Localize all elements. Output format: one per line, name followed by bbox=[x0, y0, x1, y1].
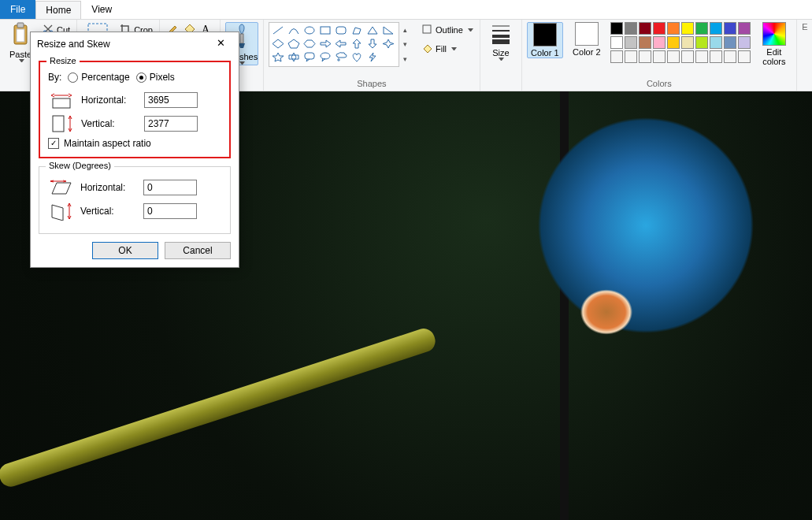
maintain-aspect-ratio-checkbox[interactable]: Maintain aspect ratio bbox=[48, 138, 221, 149]
ribbon-group-shapes: ▴ ▾ ▾ Outline Fill Shapes bbox=[264, 20, 480, 91]
palette-swatch[interactable] bbox=[610, 22, 623, 35]
resize-horizontal-input[interactable] bbox=[144, 92, 198, 108]
shape-line-icon[interactable] bbox=[272, 25, 286, 37]
palette-swatch[interactable] bbox=[710, 36, 722, 49]
skew-vertical-input[interactable] bbox=[143, 203, 197, 219]
shapes-gallery-expand[interactable]: ▴ ▾ ▾ bbox=[399, 23, 411, 66]
skew-fieldset: Skew (Degrees) Horizontal: Vertical: bbox=[39, 166, 231, 234]
shapes-gallery[interactable]: ▴ ▾ ▾ bbox=[269, 22, 399, 67]
close-button[interactable]: ✕ bbox=[209, 37, 232, 51]
group-label-brushes bbox=[240, 79, 243, 90]
palette-swatch[interactable] bbox=[625, 50, 637, 63]
resize-fieldset: Resize By: Percentage Pixels Horizontal:… bbox=[39, 61, 231, 158]
palette-swatch[interactable] bbox=[738, 36, 751, 49]
shape-arrow-down-icon[interactable] bbox=[366, 39, 380, 50]
palette-swatch[interactable] bbox=[681, 22, 694, 35]
paste-label: Paste bbox=[9, 50, 32, 59]
palette-swatch[interactable] bbox=[639, 50, 651, 63]
cancel-button[interactable]: Cancel bbox=[165, 242, 231, 259]
chevron-down-icon bbox=[499, 58, 504, 61]
tab-file[interactable]: File bbox=[0, 0, 35, 19]
shape-pentagon-icon[interactable] bbox=[287, 39, 302, 50]
color2-button[interactable]: Color 2 bbox=[569, 22, 604, 57]
palette-swatch[interactable] bbox=[681, 36, 694, 49]
shape-callout-oval-icon[interactable] bbox=[319, 52, 333, 64]
shape-triangle-icon[interactable] bbox=[366, 25, 380, 37]
palette-swatch[interactable] bbox=[667, 36, 680, 49]
svg-rect-13 bbox=[240, 34, 243, 43]
color1-button[interactable]: Color 1 bbox=[527, 22, 563, 58]
edit-colors-label: Edit colors bbox=[757, 47, 792, 66]
tab-home[interactable]: Home bbox=[35, 1, 81, 19]
skew-horizontal-input[interactable] bbox=[143, 180, 197, 195]
shape-curve-icon[interactable] bbox=[287, 25, 302, 37]
palette-swatch[interactable] bbox=[625, 36, 637, 49]
stroke-size-icon bbox=[490, 22, 512, 46]
resize-legend: Resize bbox=[46, 56, 80, 65]
svg-rect-15 bbox=[321, 27, 330, 34]
shape-callout-round-icon[interactable] bbox=[303, 52, 317, 64]
palette-swatch[interactable] bbox=[738, 50, 751, 63]
palette-swatch[interactable] bbox=[610, 50, 623, 63]
dialog-title: Resize and Skew bbox=[37, 39, 110, 50]
skew-vertical-icon bbox=[47, 202, 74, 221]
shape-oval-icon[interactable] bbox=[303, 25, 317, 37]
shape-diamond-icon[interactable] bbox=[272, 39, 286, 50]
color1-swatch bbox=[533, 23, 557, 46]
palette-swatch[interactable] bbox=[724, 36, 736, 49]
color1-label: Color 1 bbox=[531, 48, 558, 58]
size-button[interactable]: Size bbox=[485, 22, 517, 61]
shape-star6-icon[interactable] bbox=[287, 52, 302, 64]
palette-swatch[interactable] bbox=[639, 22, 651, 35]
skew-legend: Skew (Degrees) bbox=[46, 161, 114, 170]
ok-button[interactable]: OK bbox=[92, 242, 158, 259]
chevron-down-icon bbox=[19, 59, 24, 62]
chevron-down-icon bbox=[468, 28, 473, 32]
resize-horizontal-label: Horizontal: bbox=[81, 95, 138, 106]
shape-roundrect-icon[interactable] bbox=[335, 25, 349, 37]
dialog-titlebar[interactable]: Resize and Skew ✕ bbox=[31, 32, 239, 56]
shape-rect-icon[interactable] bbox=[319, 25, 333, 37]
palette-swatch[interactable] bbox=[639, 36, 651, 49]
palette-swatch[interactable] bbox=[695, 22, 708, 35]
resize-vertical-input[interactable] bbox=[144, 116, 198, 132]
shape-callout-cloud-icon[interactable] bbox=[335, 52, 349, 64]
shape-lightning-icon[interactable] bbox=[366, 52, 380, 64]
palette-swatch[interactable] bbox=[738, 22, 751, 35]
shape-fill-button[interactable]: Fill bbox=[420, 41, 475, 57]
resize-horizontal-icon bbox=[48, 91, 75, 110]
palette-swatch[interactable] bbox=[695, 36, 708, 49]
palette-swatch[interactable] bbox=[653, 36, 666, 49]
chevron-down-icon bbox=[451, 47, 457, 50]
shape-outline-button[interactable]: Outline bbox=[420, 22, 475, 38]
radio-pixels[interactable]: Pixels bbox=[136, 72, 175, 83]
shape-polygon-icon[interactable] bbox=[350, 25, 365, 37]
palette-swatch[interactable] bbox=[653, 22, 666, 35]
palette-swatch[interactable] bbox=[724, 22, 736, 35]
shape-hexagon-icon[interactable] bbox=[303, 39, 317, 50]
shape-arrow-left-icon[interactable] bbox=[335, 39, 349, 50]
shape-heart-icon[interactable] bbox=[350, 52, 365, 64]
palette-swatch[interactable] bbox=[610, 36, 623, 49]
palette-swatch[interactable] bbox=[724, 50, 736, 63]
palette-swatch[interactable] bbox=[681, 50, 694, 63]
shape-right-triangle-icon[interactable] bbox=[382, 25, 396, 37]
palette-swatch[interactable] bbox=[625, 22, 637, 35]
palette-swatch[interactable] bbox=[667, 22, 680, 35]
shape-arrow-up-icon[interactable] bbox=[350, 39, 365, 50]
palette-swatch[interactable] bbox=[710, 50, 722, 63]
ribbon-group-size: Size bbox=[480, 20, 522, 91]
shape-star4-icon[interactable] bbox=[382, 39, 396, 50]
group-label-shapes: Shapes bbox=[357, 79, 386, 90]
palette-swatch[interactable] bbox=[653, 50, 666, 63]
shape-star5-icon[interactable] bbox=[272, 52, 286, 64]
radio-percentage[interactable]: Percentage bbox=[68, 72, 129, 83]
palette-swatch[interactable] bbox=[667, 50, 680, 63]
shape-arrow-right-icon[interactable] bbox=[319, 39, 333, 50]
tab-view[interactable]: View bbox=[81, 0, 122, 19]
palette-swatch[interactable] bbox=[695, 50, 708, 63]
palette-swatch[interactable] bbox=[710, 22, 722, 35]
clipboard-icon bbox=[11, 22, 30, 48]
rainbow-icon bbox=[762, 22, 786, 46]
edit-colors-button[interactable]: Edit colors bbox=[757, 22, 792, 66]
